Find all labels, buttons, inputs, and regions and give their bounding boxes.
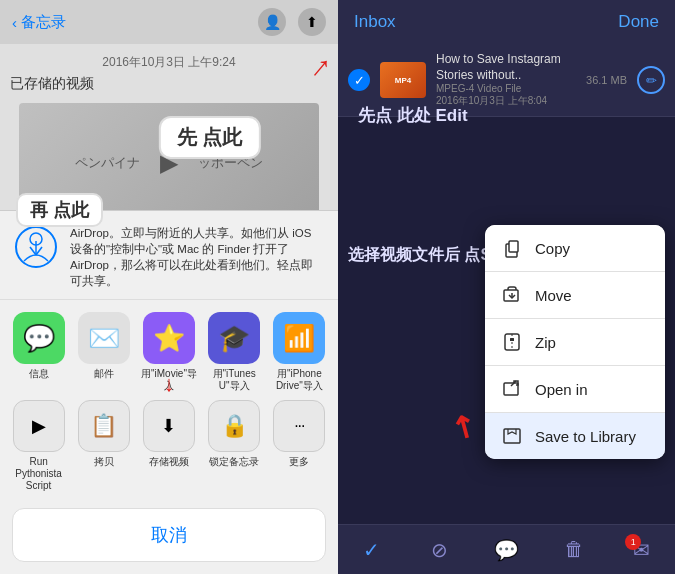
- step1-label: 先 点此: [177, 126, 243, 148]
- save-library-menu-icon: [501, 425, 523, 447]
- edit-instruction-text: 先点 此处 Edit: [358, 106, 468, 125]
- left-panel: ‹ 备忘录 👤 ⬆ 2016年10月3日 上午9:24 已存储的视频 ペンパイナ…: [0, 0, 338, 574]
- cancel-label: 取消: [151, 525, 187, 545]
- app-messages[interactable]: 💬 信息: [10, 312, 68, 392]
- step2-bubble: 再 点此: [16, 193, 103, 227]
- iphone-drive-label: 用"iPhone Drive"导入: [270, 368, 328, 392]
- right-panel: Inbox Done ✓ MP4 How to Save Instagram S…: [338, 0, 675, 574]
- mail-label: 邮件: [94, 368, 114, 380]
- file-type: MPEG-4 Video File: [436, 83, 576, 94]
- copy-icon: 📋: [78, 400, 130, 452]
- toolbar-message-button[interactable]: 💬: [488, 532, 524, 568]
- inbox-label: Inbox: [354, 12, 396, 32]
- itunes-icon: 🎓: [208, 312, 260, 364]
- app-lock[interactable]: 🔒 锁定备忘录: [205, 400, 263, 492]
- note-title: 已存储的视频: [10, 75, 94, 93]
- messages-label: 信息: [29, 368, 49, 380]
- share-icon: ⬆: [306, 14, 318, 30]
- arrow-to-share: ↑: [304, 47, 340, 86]
- svg-line-3: [36, 247, 42, 255]
- svg-rect-13: [504, 429, 520, 443]
- header-icons: 👤 ⬆: [258, 8, 326, 36]
- file-edit-button[interactable]: ✏: [637, 66, 665, 94]
- pen-text-left: ペンパイナ: [75, 154, 140, 172]
- svg-rect-12: [504, 383, 518, 395]
- move-menu-icon: [501, 284, 523, 306]
- airdrop-description: AirDrop。立即与附近的人共享。如他们从 iOS 设备的"控制中心"或 Ma…: [70, 225, 324, 289]
- context-menu-copy[interactable]: Copy: [485, 225, 665, 272]
- open-in-label: Open in: [535, 381, 588, 398]
- svg-rect-7: [504, 290, 518, 301]
- app-pythonista[interactable]: ▶ Run Pythonista Script: [10, 400, 68, 492]
- trash-icon: 🗑: [564, 538, 584, 561]
- file-thumb-label: MP4: [395, 76, 411, 85]
- arrow-to-menu: ↙: [443, 409, 486, 448]
- save-library-label: Save to Library: [535, 428, 636, 445]
- save-video-label: 存储视频: [149, 456, 189, 468]
- app-iphone-drive[interactable]: 📶 用"iPhone Drive"导入: [270, 312, 328, 392]
- chevron-left-icon: ‹: [12, 14, 17, 31]
- back-label: 备忘录: [21, 13, 66, 32]
- toolbar-mail-button[interactable]: ✉ 1: [623, 532, 659, 568]
- svg-rect-11: [510, 338, 514, 341]
- context-menu-zip[interactable]: Zip: [485, 319, 665, 366]
- app-more[interactable]: ··· 更多: [270, 400, 328, 492]
- app-itunes[interactable]: 🎓 用"iTunes U"导入: [205, 312, 263, 392]
- message-icon: 💬: [494, 538, 519, 562]
- share-sheet: 再 点此 AirDrop。立即与附近的人共享。如他们从 iOS 设备的"控制中心…: [0, 210, 338, 574]
- zip-menu-icon: [501, 331, 523, 353]
- right-toolbar: ✓ ⊘ 💬 🗑 ✉ 1: [338, 524, 675, 574]
- mail-badge: 1: [625, 534, 641, 550]
- pythonista-label: Run Pythonista Script: [10, 456, 68, 492]
- svg-rect-6: [509, 241, 518, 252]
- context-menu-move[interactable]: Move: [485, 272, 665, 319]
- toolbar-cancel-button[interactable]: ⊘: [421, 532, 457, 568]
- toolbar-delete-button[interactable]: 🗑: [556, 532, 592, 568]
- airdrop-icon: [14, 225, 58, 269]
- save-video-icon: ⬇ ↓: [143, 400, 195, 452]
- context-menu-save-library[interactable]: Save to Library: [485, 413, 665, 459]
- mail-icon: ✉️: [78, 312, 130, 364]
- app-mail[interactable]: ✉️ 邮件: [75, 312, 133, 392]
- lock-label: 锁定备忘录: [209, 456, 259, 468]
- note-date: 2016年10月3日 上午9:24: [102, 54, 235, 71]
- back-button[interactable]: ‹ 备忘录: [12, 13, 66, 32]
- cancel-button[interactable]: 取消: [12, 508, 326, 562]
- toolbar-check-button[interactable]: ✓: [354, 532, 390, 568]
- app-save-video[interactable]: ⬇ ↓ 存储视频: [140, 400, 198, 492]
- copy-label: Copy: [535, 240, 570, 257]
- share-button[interactable]: ⬆: [298, 8, 326, 36]
- copy-menu-icon: [501, 237, 523, 259]
- done-button[interactable]: Done: [618, 12, 659, 32]
- move-label: Move: [535, 287, 572, 304]
- imovie-icon: ⭐: [143, 312, 195, 364]
- svg-line-2: [30, 247, 36, 255]
- copy-label: 拷贝: [94, 456, 114, 468]
- step2-label: 再 点此: [30, 200, 89, 220]
- more-label: 更多: [289, 456, 309, 468]
- file-info: How to Save Instagram Stories without.. …: [436, 52, 576, 108]
- file-size: 36.1 MB: [586, 74, 627, 86]
- cancel-circle-icon: ⊘: [431, 538, 448, 562]
- context-menu-open-in[interactable]: Open in: [485, 366, 665, 413]
- more-icon: ···: [273, 400, 325, 452]
- arrow-to-save: ↓: [163, 371, 174, 397]
- messages-icon: 💬: [13, 312, 65, 364]
- edit-icon: ✏: [646, 73, 657, 88]
- itunes-label: 用"iTunes U"导入: [205, 368, 263, 392]
- avatar-icon: 👤: [264, 14, 281, 30]
- right-header: Inbox Done: [338, 0, 675, 44]
- app-icons-row2: ▶ Run Pythonista Script 📋 拷贝 ⬇ ↓ 存储视频 🔒 …: [0, 396, 338, 500]
- file-thumbnail: MP4: [380, 62, 426, 98]
- left-header: ‹ 备忘录 👤 ⬆: [0, 0, 338, 44]
- app-copy[interactable]: 📋 拷贝: [75, 400, 133, 492]
- lock-icon: 🔒: [208, 400, 260, 452]
- open-in-menu-icon: [501, 378, 523, 400]
- check-icon: ✓: [363, 538, 380, 562]
- zip-label: Zip: [535, 334, 556, 351]
- context-menu: Copy Move: [485, 225, 665, 459]
- file-check-icon: ✓: [348, 69, 370, 91]
- edit-instruction: 先点 此处 Edit: [358, 104, 468, 128]
- avatar-button[interactable]: 👤: [258, 8, 286, 36]
- pythonista-icon: ▶: [13, 400, 65, 452]
